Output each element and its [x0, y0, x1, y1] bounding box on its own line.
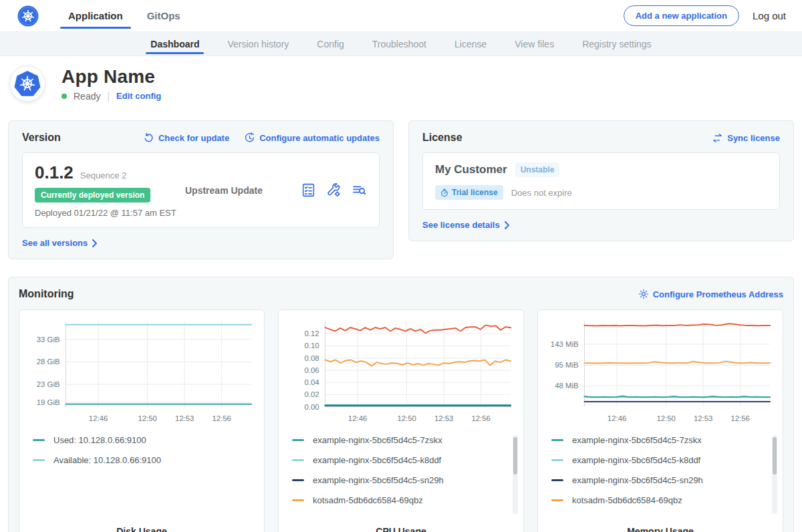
- legend-label: Available: 10.128.0.66:9100: [53, 455, 161, 465]
- add-new-application-button[interactable]: Add a new application: [624, 5, 739, 26]
- legend-label: example-nginx-5bc6f5d4c5-7zskx: [572, 435, 702, 445]
- svg-text:33 GiB: 33 GiB: [37, 336, 60, 344]
- version-card: Version Check for update: [8, 120, 394, 259]
- configure-prometheus-link[interactable]: Configure Prometheus Address: [638, 289, 783, 299]
- configure-automatic-updates-link[interactable]: Configure automatic updates: [244, 132, 380, 144]
- tab-config[interactable]: Config: [303, 32, 358, 55]
- tab-troubleshoot[interactable]: Troubleshoot: [358, 32, 440, 55]
- legend-scrollbar-thumb[interactable]: [773, 437, 777, 475]
- logout-link[interactable]: Log out: [753, 10, 786, 21]
- sync-license-link[interactable]: Sync license: [712, 133, 780, 143]
- stopwatch-icon: [440, 188, 448, 197]
- legend-item-example-nginx-5bc6f5d4c5-k8ddf[interactable]: example-nginx-5bc6f5d4c5-k8ddf: [292, 455, 515, 465]
- gear-icon: [638, 289, 649, 299]
- app-avatar: [9, 65, 45, 102]
- tab-version-history[interactable]: Version history: [213, 32, 303, 55]
- svg-text:12:46: 12:46: [608, 414, 626, 422]
- svg-text:0.12: 0.12: [304, 329, 319, 338]
- legend-item-kotsadm-5db6dc6584-69qbz[interactable]: kotsadm-5db6dc6584-69qbz: [551, 495, 775, 505]
- disk-usage-chart: 33 GiB28 GiB23 GiB19 GiB12:4612:5012:531…: [27, 317, 256, 427]
- svg-text:143 MiB: 143 MiB: [551, 340, 579, 348]
- svg-text:12:46: 12:46: [348, 414, 367, 422]
- legend-item-example-nginx-5bc6f5d4c5-k8ddf[interactable]: example-nginx-5bc6f5d4c5-k8ddf: [551, 455, 775, 465]
- chart-title: Disk Usage: [27, 526, 256, 532]
- monitoring-card: Monitoring: [8, 277, 794, 532]
- refresh-icon: [143, 132, 154, 144]
- svg-text:12:53: 12:53: [694, 414, 712, 422]
- deploy-logs-icon[interactable]: [352, 182, 367, 198]
- svg-text:95 MiB: 95 MiB: [555, 361, 578, 369]
- app-header: App Name Ready | Edit config: [0, 56, 802, 112]
- legend-item-example-nginx-5bc6f5d4c5-sn29h[interactable]: example-nginx-5bc6f5d4c5-sn29h: [551, 475, 775, 485]
- page-title: App Name: [61, 66, 161, 88]
- channel-badge: Unstable: [515, 162, 560, 177]
- topnav-tab-application[interactable]: Application: [59, 0, 132, 31]
- see-all-versions-link[interactable]: See all versions: [22, 238, 98, 248]
- memory-usage-chart-card: 143 MiB95 MiB48 MiB12:4612:5012:5312:56 …: [537, 309, 783, 532]
- status-dot: [61, 94, 67, 99]
- sync-license-label: Sync license: [727, 133, 780, 143]
- legend-dash-icon: [33, 459, 45, 461]
- svg-text:0.06: 0.06: [304, 366, 319, 374]
- svg-text:0.00: 0.00: [304, 403, 319, 411]
- kubernetes-wheel-icon: [14, 70, 41, 97]
- chevron-right-icon: [504, 221, 510, 229]
- see-license-details-label: See license details: [422, 220, 500, 230]
- license-expiry: Does not expire: [511, 188, 572, 198]
- legend-item-used-10-128-0-66-9100[interactable]: Used: 10.128.0.66:9100: [33, 435, 256, 445]
- tab-view-files[interactable]: View files: [501, 32, 568, 55]
- status-label: Ready: [74, 91, 100, 102]
- schedule-update-icon: [244, 132, 255, 144]
- preflight-checks-icon[interactable]: [301, 182, 316, 198]
- legend-dash-icon: [551, 479, 563, 481]
- legend-item-example-nginx-5bc6f5d4c5-7zskx[interactable]: example-nginx-5bc6f5d4c5-7zskx: [292, 435, 515, 445]
- legend-scrollbar-thumb[interactable]: [513, 437, 517, 475]
- legend-item-example-nginx-5bc6f5d4c5-sn29h[interactable]: example-nginx-5bc6f5d4c5-sn29h: [292, 475, 515, 485]
- legend-dash-icon: [551, 439, 563, 441]
- tab-license[interactable]: License: [440, 32, 501, 55]
- divider: |: [107, 91, 110, 102]
- tab-registry-settings[interactable]: Registry settings: [568, 32, 665, 55]
- svg-text:12:56: 12:56: [730, 414, 749, 422]
- memory-usage-legend: example-nginx-5bc6f5d4c5-7zskxexample-ng…: [546, 435, 775, 519]
- config-wrench-icon[interactable]: [326, 182, 342, 198]
- legend-item-available-10-128-0-66-9100[interactable]: Available: 10.128.0.66:9100: [33, 455, 256, 465]
- cpu-usage-legend: example-nginx-5bc6f5d4c5-7zskxexample-ng…: [287, 435, 515, 519]
- svg-text:19 GiB: 19 GiB: [37, 398, 60, 406]
- legend-dash-icon: [292, 479, 304, 481]
- svg-text:12:50: 12:50: [656, 414, 675, 422]
- chart-title: CPU Usage: [287, 526, 515, 532]
- update-type-label: Upstream Update: [185, 185, 301, 196]
- legend-item-example-nginx-5bc6f5d4c5-7zskx[interactable]: example-nginx-5bc6f5d4c5-7zskx: [551, 435, 775, 445]
- sequence-label: Sequence 2: [80, 170, 126, 180]
- legend-scrollbar[interactable]: [513, 435, 518, 514]
- legend-item-kotsadm-5db6dc6584-69qbz[interactable]: kotsadm-5db6dc6584-69qbz: [292, 495, 515, 505]
- edit-config-link[interactable]: Edit config: [116, 91, 161, 101]
- license-box: My Customer Unstable Trial license: [422, 152, 780, 210]
- legend-label: kotsadm-5db6dc6584-69qbz: [313, 495, 423, 505]
- version-number: 0.1.2: [35, 162, 74, 183]
- check-for-update-label: Check for update: [158, 133, 229, 143]
- legend-dash-icon: [33, 439, 45, 441]
- disk-usage-chart-card: 33 GiB28 GiB23 GiB19 GiB12:4612:5012:531…: [19, 309, 265, 532]
- legend-label: example-nginx-5bc6f5d4c5-7zskx: [313, 435, 442, 445]
- svg-text:0.08: 0.08: [304, 354, 319, 362]
- legend-scrollbar[interactable]: [772, 435, 777, 514]
- svg-text:0.04: 0.04: [304, 378, 319, 386]
- legend-dash-icon: [551, 459, 563, 461]
- monitoring-title: Monitoring: [19, 288, 74, 300]
- legend-label: Used: 10.128.0.66:9100: [53, 435, 146, 445]
- license-card: License Sync license My Customer Unstabl…: [408, 120, 794, 241]
- tab-dashboard[interactable]: Dashboard: [136, 32, 213, 55]
- app-subnav: DashboardVersion historyConfigTroublesho…: [0, 32, 802, 56]
- topnav-tab-gitops[interactable]: GitOps: [138, 0, 190, 31]
- legend-dash-icon: [292, 439, 304, 441]
- svg-text:12:56: 12:56: [212, 414, 231, 422]
- cpu-usage-chart: 0.120.100.080.060.040.020.0012:4612:5012…: [287, 317, 515, 427]
- legend-dash-icon: [292, 459, 304, 461]
- license-card-title: License: [422, 132, 462, 144]
- see-license-details-link[interactable]: See license details: [422, 220, 510, 230]
- legend-dash-icon: [292, 499, 304, 501]
- check-for-update-link[interactable]: Check for update: [143, 132, 229, 144]
- memory-usage-chart: 143 MiB95 MiB48 MiB12:4612:5012:5312:56: [546, 317, 775, 427]
